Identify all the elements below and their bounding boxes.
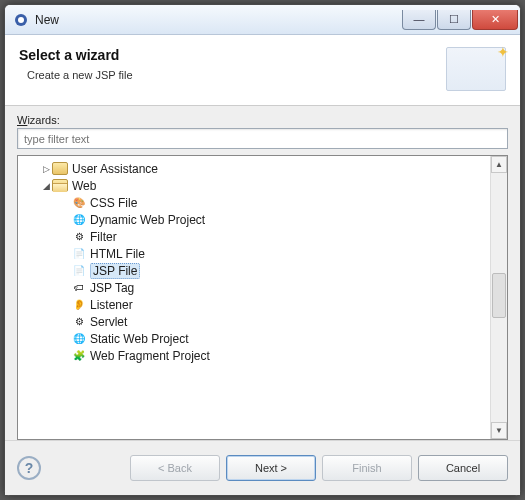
file-icon: 👂: [72, 298, 86, 312]
window-controls: — ☐ ✕: [402, 10, 520, 30]
cancel-button[interactable]: Cancel: [418, 455, 508, 481]
header-title: Select a wizard: [19, 47, 446, 63]
tree-label: Dynamic Web Project: [90, 213, 205, 227]
titlebar[interactable]: New — ☐ ✕: [5, 5, 520, 35]
tree-label: CSS File: [90, 196, 137, 210]
file-icon: 🏷: [72, 281, 86, 295]
tree-label: HTML File: [90, 247, 145, 261]
tree-label: Listener: [90, 298, 133, 312]
file-icon: 🎨: [72, 196, 86, 210]
folder-icon: [52, 162, 68, 175]
next-button[interactable]: Next >: [226, 455, 316, 481]
tree-container: ▷User Assistance◢Web🎨CSS File🌐Dynamic We…: [17, 155, 508, 440]
finish-button[interactable]: Finish: [322, 455, 412, 481]
maximize-button[interactable]: ☐: [437, 10, 471, 30]
tree-label: Filter: [90, 230, 117, 244]
collapse-icon[interactable]: ◢: [40, 181, 52, 191]
tree-label: User Assistance: [72, 162, 158, 176]
tree-row[interactable]: 🏷JSP Tag: [20, 279, 488, 296]
tree-label: JSP File: [90, 263, 140, 279]
scroll-track[interactable]: [491, 173, 507, 422]
content-area: Wizards: ▷User Assistance◢Web🎨CSS File🌐D…: [5, 106, 520, 440]
help-button[interactable]: ?: [17, 456, 41, 480]
app-icon: [13, 12, 29, 28]
footer: ? < Back Next > Finish Cancel: [5, 440, 520, 495]
tree-label: JSP Tag: [90, 281, 134, 295]
vertical-scrollbar[interactable]: ▲ ▼: [490, 156, 507, 439]
scroll-up-button[interactable]: ▲: [491, 156, 507, 173]
tree-label: Static Web Project: [90, 332, 188, 346]
file-icon: 🧩: [72, 349, 86, 363]
dialog-window: New — ☐ ✕ Select a wizard Create a new J…: [4, 4, 521, 496]
file-icon: 📄: [72, 264, 86, 278]
file-icon: 🌐: [72, 213, 86, 227]
scroll-thumb[interactable]: [492, 273, 506, 318]
close-button[interactable]: ✕: [472, 10, 518, 30]
scroll-down-button[interactable]: ▼: [491, 422, 507, 439]
folder-open-icon: [52, 179, 68, 192]
tree-label: Web: [72, 179, 96, 193]
tree-row[interactable]: 🌐Dynamic Web Project: [20, 211, 488, 228]
tree-row[interactable]: 📄JSP File: [20, 262, 488, 279]
tree-row[interactable]: ⚙Filter: [20, 228, 488, 245]
svg-point-1: [18, 17, 24, 23]
tree-row[interactable]: 🧩Web Fragment Project: [20, 347, 488, 364]
back-button[interactable]: < Back: [130, 455, 220, 481]
minimize-button[interactable]: —: [402, 10, 436, 30]
tree-row[interactable]: ◢Web: [20, 177, 488, 194]
window-title: New: [35, 13, 59, 27]
tree-label: Web Fragment Project: [90, 349, 210, 363]
wizard-header: Select a wizard Create a new JSP file ✦: [5, 35, 520, 106]
tree-label: Servlet: [90, 315, 127, 329]
tree-row[interactable]: ⚙Servlet: [20, 313, 488, 330]
tree-row[interactable]: 👂Listener: [20, 296, 488, 313]
wizard-tree[interactable]: ▷User Assistance◢Web🎨CSS File🌐Dynamic We…: [18, 156, 490, 439]
header-subtitle: Create a new JSP file: [19, 69, 446, 81]
tree-row[interactable]: ▷User Assistance: [20, 160, 488, 177]
filter-input[interactable]: [17, 128, 508, 149]
expand-icon[interactable]: ▷: [40, 164, 52, 174]
tree-row[interactable]: 🎨CSS File: [20, 194, 488, 211]
file-icon: ⚙: [72, 230, 86, 244]
file-icon: ⚙: [72, 315, 86, 329]
file-icon: 🌐: [72, 332, 86, 346]
wizard-banner-icon: ✦: [446, 47, 506, 91]
file-icon: 📄: [72, 247, 86, 261]
tree-row[interactable]: 🌐Static Web Project: [20, 330, 488, 347]
wizards-label: Wizards:: [17, 114, 508, 126]
star-icon: ✦: [497, 44, 509, 60]
tree-row[interactable]: 📄HTML File: [20, 245, 488, 262]
